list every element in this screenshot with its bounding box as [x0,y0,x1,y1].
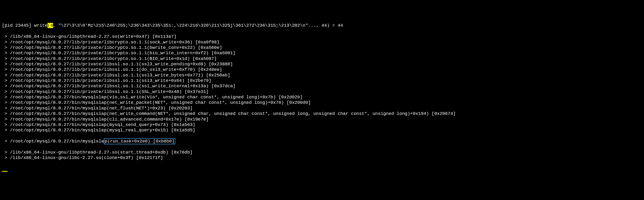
stack-line: > /root/opt/mysql/8.0.27/lib/private/lib… [2,73,642,78]
stack-line: > /root/opt/mysql/8.0.27/lib/private/lib… [2,84,642,89]
stack-line: > /lib/x86_64-linux-gnu/libpthread-2.27.… [2,34,642,39]
stack-prefix: > /root/opt/mysql/8.0.27/bin/mysqlsla [2,139,104,144]
stack-trace-tail: > /lib/x86_64-linux-gnu/libpthread-2.27.… [2,150,642,161]
stack-line: > /root/opt/mysql/8.0.27/lib/private/lib… [2,89,642,95]
stack-line: > /root/opt/mysql/8.0.27/lib/private/lib… [2,56,642,62]
stack-line: > /root/opt/mysql/8.0.27/lib/private/lib… [2,45,642,51]
stack-line: > /root/opt/mysql/8.0.27/lib/private/lib… [2,62,642,67]
write-args: , "\27\3\3\0'Mz\215\240\255;\236\343\235… [53,23,343,28]
run-task-highlight: p(run_task+0x2e0) [0xb8b0] [104,138,175,144]
stack-line-highlighted: > /root/opt/mysql/8.0.27/bin/mysqlslap(r… [2,139,642,144]
stack-line: > /root/opt/mysql/8.0.27/bin/mysqlslap(n… [2,111,642,116]
stack-line: > /root/opt/mysql/8.0.27/bin/mysqlslap(c… [2,117,642,122]
stack-line: > /root/opt/mysql/8.0.27/lib/private/lib… [2,40,642,45]
cursor-line [2,166,642,172]
pid-label: [pid 23445] write [2,23,48,28]
stack-line: > /root/opt/mysql/8.0.27/bin/mysqlslap(m… [2,128,642,133]
stack-line: > /root/opt/mysql/8.0.27/lib/private/lib… [2,51,642,56]
stack-line: > /root/opt/mysql/8.0.27/lib/private/lib… [2,67,642,72]
fd-highlight: (4 [48,23,53,28]
stack-line: > /lib/x86_64-linux-gnu/libc-2.27.so(clo… [2,155,642,161]
stack-line: > /root/opt/mysql/8.0.27/bin/mysqlslap(n… [2,100,642,105]
stack-line: > /root/opt/mysql/8.0.27/bin/mysqlslap(m… [2,122,642,128]
stack-line: > /root/opt/mysql/8.0.27/lib/private/lib… [2,78,642,84]
cursor-underline [2,171,8,172]
stack-trace: > /lib/x86_64-linux-gnu/libpthread-2.27.… [2,34,642,133]
stack-line: > /root/opt/mysql/8.0.27/bin/mysqlslap(n… [2,106,642,111]
trace-header: [pid 23445] write(4, "\27\3\3\0'Mz\215\2… [2,23,642,28]
stack-line: > /root/opt/mysql/8.0.27/bin/mysqlslap(v… [2,95,642,100]
stack-line: > /lib/x86_64-linux-gnu/libpthread-2.27.… [2,150,642,155]
